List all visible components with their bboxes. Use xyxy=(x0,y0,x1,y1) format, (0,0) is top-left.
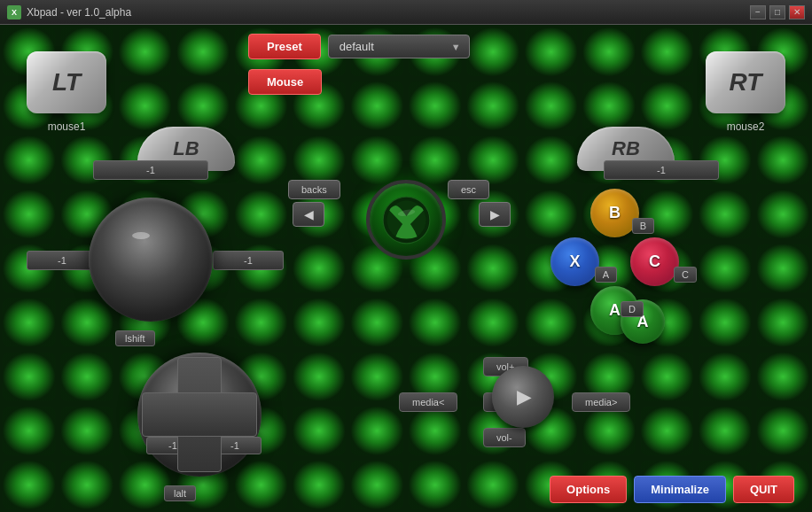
svg-rect-111 xyxy=(699,407,751,455)
app-icon: X xyxy=(7,5,21,19)
b-button-label[interactable]: B xyxy=(632,218,654,234)
svg-rect-76 xyxy=(293,299,345,347)
arrow-left-button[interactable]: ◀ xyxy=(293,202,324,227)
svg-rect-97 xyxy=(699,353,751,401)
media-large-button[interactable]: ▶ xyxy=(492,366,554,428)
window-controls: − □ ✕ xyxy=(750,5,805,19)
svg-rect-23 xyxy=(466,81,519,130)
window-title: Xbpad - ver 1.0_alpha xyxy=(27,6,750,19)
media-prev-button[interactable]: media< xyxy=(399,392,457,412)
svg-rect-90 xyxy=(293,353,345,401)
svg-rect-80 xyxy=(525,299,577,347)
titlebar: X Xbpad - ver 1.0_alpha − □ ✕ xyxy=(0,0,812,25)
svg-rect-78 xyxy=(409,299,461,347)
svg-rect-33 xyxy=(235,136,287,184)
svg-rect-110 xyxy=(641,407,693,455)
svg-rect-70 xyxy=(757,244,809,292)
toolbar: Preset default ▼ xyxy=(248,34,470,59)
preset-dropdown-wrapper: default ▼ xyxy=(328,35,470,58)
svg-rect-75 xyxy=(235,299,287,347)
d-button-label[interactable]: D xyxy=(621,301,644,317)
svg-rect-100 xyxy=(60,407,113,455)
left-stick-y-axis[interactable]: -1 xyxy=(93,160,208,180)
minimalize-button[interactable]: Minimalize xyxy=(634,476,726,503)
left-stick[interactable] xyxy=(89,198,213,322)
svg-rect-85 xyxy=(3,353,55,401)
rt-label: mouse2 xyxy=(706,120,785,133)
svg-rect-72 xyxy=(60,299,113,347)
right-stick-y-axis[interactable]: -1 xyxy=(604,160,719,180)
dpad[interactable] xyxy=(142,357,257,472)
mouse-btn-row: Mouse xyxy=(248,69,322,95)
x-button[interactable]: X xyxy=(550,237,599,286)
svg-rect-55 xyxy=(699,190,751,238)
rt-button[interactable]: RT xyxy=(706,51,785,113)
left-stick-x-axis-right[interactable]: -1 xyxy=(213,251,284,270)
svg-rect-56 xyxy=(757,190,809,238)
left-stick-x-axis-left[interactable]: -1 xyxy=(27,251,98,270)
svg-rect-121 xyxy=(466,461,519,509)
lt-button[interactable]: LT xyxy=(27,51,106,113)
svg-rect-47 xyxy=(235,190,287,238)
y-button-label[interactable]: C xyxy=(674,267,697,283)
svg-rect-18 xyxy=(176,81,229,130)
options-button[interactable]: Options xyxy=(550,476,627,503)
preset-dropdown[interactable]: default xyxy=(328,35,470,58)
y-button[interactable]: C xyxy=(630,237,679,286)
svg-rect-113 xyxy=(3,461,55,509)
svg-rect-4 xyxy=(176,27,229,76)
lt-label: mouse1 xyxy=(27,120,106,133)
svg-rect-36 xyxy=(409,136,461,184)
close-button[interactable]: ✕ xyxy=(789,5,805,19)
minimize-button[interactable]: − xyxy=(750,5,766,19)
svg-rect-120 xyxy=(409,461,461,509)
svg-rect-43 xyxy=(3,190,55,238)
svg-rect-119 xyxy=(351,461,403,509)
svg-rect-26 xyxy=(641,81,693,130)
arrow-right-button[interactable]: ▶ xyxy=(479,202,511,227)
svg-rect-34 xyxy=(293,136,345,184)
svg-rect-21 xyxy=(351,81,403,130)
start-button[interactable]: esc xyxy=(448,180,489,199)
back-button[interactable]: backs xyxy=(288,180,340,199)
svg-rect-29 xyxy=(3,136,55,184)
svg-rect-91 xyxy=(351,353,403,401)
main-area: /* grid drawn below */ (function(){ cons… xyxy=(0,25,812,512)
svg-rect-69 xyxy=(699,244,751,292)
dpad-horizontal[interactable] xyxy=(142,392,257,437)
svg-rect-105 xyxy=(351,407,403,455)
svg-rect-25 xyxy=(582,81,635,130)
svg-rect-42 xyxy=(757,136,809,184)
right-stick-label[interactable]: lalt xyxy=(164,485,196,501)
svg-rect-10 xyxy=(525,27,577,76)
svg-rect-38 xyxy=(525,136,577,184)
svg-rect-22 xyxy=(409,81,461,130)
svg-rect-71 xyxy=(3,299,55,347)
mouse-button[interactable]: Mouse xyxy=(248,69,322,95)
svg-rect-106 xyxy=(409,407,461,455)
xbox-button[interactable] xyxy=(366,180,446,260)
svg-rect-98 xyxy=(757,353,809,401)
bottom-bar: Options Minimalize QUIT xyxy=(550,476,794,503)
svg-rect-112 xyxy=(757,407,809,455)
d-button-wrapper: A D xyxy=(621,299,644,317)
svg-rect-3 xyxy=(119,27,171,76)
left-stick-label[interactable]: lshift xyxy=(115,330,155,346)
quit-button[interactable]: QUIT xyxy=(733,476,794,503)
svg-rect-79 xyxy=(466,299,519,347)
media-icon: ▶ xyxy=(517,386,530,407)
svg-rect-17 xyxy=(119,81,171,130)
preset-button[interactable]: Preset xyxy=(248,34,321,59)
svg-rect-52 xyxy=(525,190,577,238)
svg-rect-37 xyxy=(466,136,519,184)
svg-rect-109 xyxy=(582,407,635,455)
x-button-label[interactable]: A xyxy=(595,267,617,283)
svg-rect-84 xyxy=(757,299,809,347)
media-next-button[interactable]: media> xyxy=(572,392,630,412)
svg-rect-96 xyxy=(641,353,693,401)
vol-minus-button[interactable]: vol- xyxy=(483,428,526,447)
svg-rect-118 xyxy=(293,461,345,509)
svg-rect-83 xyxy=(699,299,751,347)
maximize-button[interactable]: □ xyxy=(769,5,785,19)
svg-rect-65 xyxy=(466,244,519,292)
